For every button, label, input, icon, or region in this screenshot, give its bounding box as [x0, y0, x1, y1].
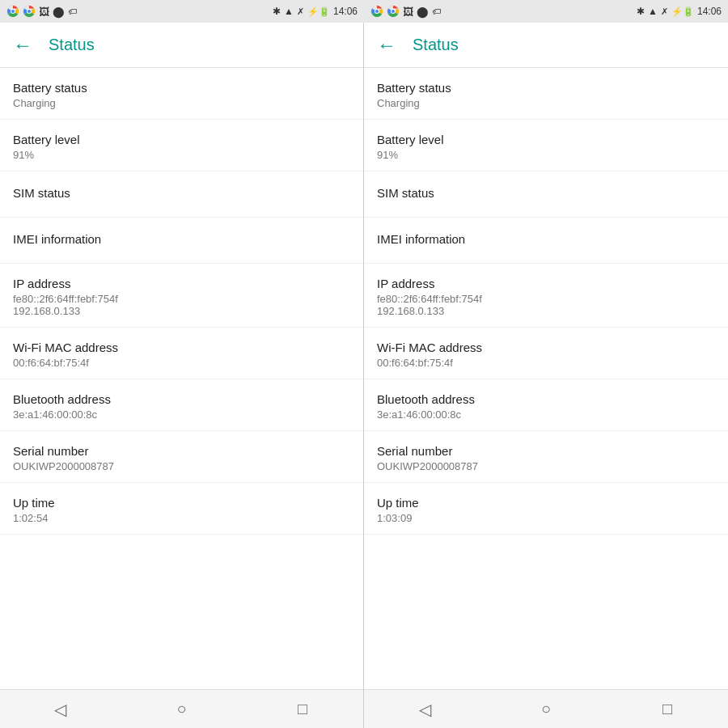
left-battery-status: Battery status Charging — [0, 68, 363, 120]
svg-point-11 — [392, 10, 395, 13]
right-wifi-mac: Wi-Fi MAC address 00:f6:64:bf:75:4f — [364, 328, 728, 379]
time-right: 14:06 — [697, 6, 722, 17]
right-bluetooth-value: 3e:a1:46:00:00:8c — [377, 408, 715, 421]
left-serial-value: OUKIWP2000008787 — [13, 460, 350, 472]
left-serial-number: Serial number OUKIWP2000008787 — [0, 431, 363, 483]
left-battery-level: Battery level 91% — [0, 120, 363, 171]
right-battery-status-value: Charging — [377, 97, 715, 109]
image-icon-2: 🖼 — [403, 6, 413, 18]
right-serial-value: OUKIWP2000008787 — [377, 460, 715, 472]
left-uptime-value: 1:02:54 — [13, 512, 350, 524]
right-bluetooth-address: Bluetooth address 3e:a1:46:00:00:8c — [364, 379, 728, 431]
right-battery-status: Battery status Charging — [364, 68, 728, 120]
left-bluetooth-label: Bluetooth address — [13, 392, 350, 406]
right-recent-nav[interactable]: □ — [648, 690, 687, 729]
status-bar-left-icons: 🖼 ⬤ 🏷 — [6, 5, 77, 18]
left-ip-address: IP address fe80::2f6:64ff:febf:754f 192.… — [0, 264, 363, 328]
status-bar-left: 🖼 ⬤ 🏷 ✱ ▲ ✗ ⚡🔋 14:06 — [0, 0, 364, 23]
tag-icon: 🏷 — [68, 6, 77, 16]
svg-point-8 — [375, 10, 379, 13]
right-uptime-value: 1:03:09 — [377, 512, 715, 524]
left-battery-level-value: 91% — [13, 149, 350, 161]
svg-point-5 — [28, 10, 31, 13]
right-wifi-mac-value: 00:f6:64:bf:75:4f — [377, 357, 715, 369]
right-sim-status: SIM status — [364, 171, 728, 218]
svg-point-2 — [11, 10, 15, 13]
wifi-icon-2: ▲ — [648, 6, 658, 17]
left-bottom-nav: ◁ ○ □ — [0, 689, 363, 728]
radio-icon: ⬤ — [53, 6, 65, 18]
left-imei-info: IMEI information — [0, 218, 363, 264]
chrome-icon-4 — [387, 5, 400, 18]
left-battery-status-label: Battery status — [13, 81, 350, 95]
left-panel: ← Status Battery status Charging Battery… — [0, 23, 364, 728]
left-back-button[interactable]: ← — [13, 34, 32, 57]
right-serial-label: Serial number — [377, 444, 715, 458]
battery-icon-2: ⚡🔋 — [671, 6, 694, 17]
right-app-bar: ← Status — [364, 23, 728, 68]
chrome-icon-3 — [370, 5, 383, 18]
left-scroll-content[interactable]: Battery status Charging Battery level 91… — [0, 68, 363, 689]
radio-icon-2: ⬤ — [417, 6, 429, 18]
right-imei-label: IMEI information — [377, 232, 715, 246]
left-ip-label: IP address — [13, 277, 350, 290]
right-panel: ← Status Battery status Charging Battery… — [364, 23, 728, 728]
right-wifi-mac-label: Wi-Fi MAC address — [377, 341, 715, 354]
right-back-button[interactable]: ← — [377, 34, 396, 57]
left-imei-label: IMEI information — [13, 232, 350, 246]
bluetooth-icon: ✱ — [273, 6, 281, 17]
left-wifi-mac-label: Wi-Fi MAC address — [13, 341, 350, 354]
left-bluetooth-address: Bluetooth address 3e:a1:46:00:00:8c — [0, 379, 363, 431]
left-wifi-mac-value: 00:f6:64:bf:75:4f — [13, 357, 350, 369]
left-app-bar: ← Status — [0, 23, 363, 68]
left-ip-value: fe80::2f6:64ff:febf:754f 192.168.0.133 — [13, 293, 350, 317]
left-recent-nav[interactable]: □ — [283, 690, 322, 729]
right-title: Status — [413, 36, 459, 54]
right-home-nav[interactable]: ○ — [527, 690, 565, 729]
left-wifi-mac: Wi-Fi MAC address 00:f6:64:bf:75:4f — [0, 328, 363, 379]
right-imei-info: IMEI information — [364, 218, 728, 264]
left-uptime: Up time 1:02:54 — [0, 483, 363, 535]
status-bar-right-left-icons: 🖼 ⬤ 🏷 — [370, 5, 441, 18]
left-uptime-label: Up time — [13, 496, 350, 510]
right-battery-level-label: Battery level — [377, 133, 715, 146]
left-sim-status-label: SIM status — [13, 186, 350, 200]
left-bluetooth-value: 3e:a1:46:00:00:8c — [13, 408, 350, 421]
time-left: 14:06 — [333, 6, 358, 17]
right-serial-number: Serial number OUKIWP2000008787 — [364, 431, 728, 483]
left-sim-status: SIM status — [0, 171, 363, 218]
right-uptime-label: Up time — [377, 496, 715, 510]
right-battery-level: Battery level 91% — [364, 120, 728, 171]
right-ip-value: fe80::2f6:64ff:febf:754f 192.168.0.133 — [377, 293, 715, 317]
right-scroll-content[interactable]: Battery status Charging Battery level 91… — [364, 68, 728, 689]
battery-icon: ⚡🔋 — [307, 6, 330, 17]
bluetooth-icon-2: ✱ — [637, 6, 645, 17]
left-battery-level-label: Battery level — [13, 133, 350, 146]
right-bluetooth-label: Bluetooth address — [377, 392, 715, 406]
left-serial-label: Serial number — [13, 444, 350, 458]
right-back-nav[interactable]: ◁ — [405, 690, 444, 729]
status-bar-right-icons: ✱ ▲ ✗ ⚡🔋 14:06 — [273, 6, 358, 17]
left-home-nav[interactable]: ○ — [162, 690, 201, 729]
main-area: ← Status Battery status Charging Battery… — [0, 23, 728, 728]
left-back-nav[interactable]: ◁ — [41, 690, 80, 729]
signal-icon: ✗ — [297, 6, 304, 17]
status-bar: 🖼 ⬤ 🏷 ✱ ▲ ✗ ⚡🔋 14:06 — [0, 0, 728, 23]
left-title: Status — [49, 36, 95, 54]
right-bottom-nav: ◁ ○ □ — [364, 689, 728, 728]
right-uptime: Up time 1:03:09 — [364, 483, 728, 535]
right-ip-address: IP address fe80::2f6:64ff:febf:754f 192.… — [364, 264, 728, 328]
chrome-icon-2 — [23, 5, 36, 18]
tag-icon-2: 🏷 — [432, 6, 441, 16]
right-sim-status-label: SIM status — [377, 186, 715, 200]
chrome-icon-1 — [6, 5, 19, 18]
status-bar-right-right-icons: ✱ ▲ ✗ ⚡🔋 14:06 — [637, 6, 722, 17]
signal-icon-2: ✗ — [661, 6, 668, 17]
image-icon: 🖼 — [39, 6, 49, 18]
right-ip-label: IP address — [377, 277, 715, 290]
wifi-icon: ▲ — [284, 6, 294, 17]
left-battery-status-value: Charging — [13, 97, 350, 109]
right-battery-level-value: 91% — [377, 149, 715, 161]
right-battery-status-label: Battery status — [377, 81, 715, 95]
status-bar-right-half: 🖼 ⬤ 🏷 ✱ ▲ ✗ ⚡🔋 14:06 — [364, 0, 728, 23]
